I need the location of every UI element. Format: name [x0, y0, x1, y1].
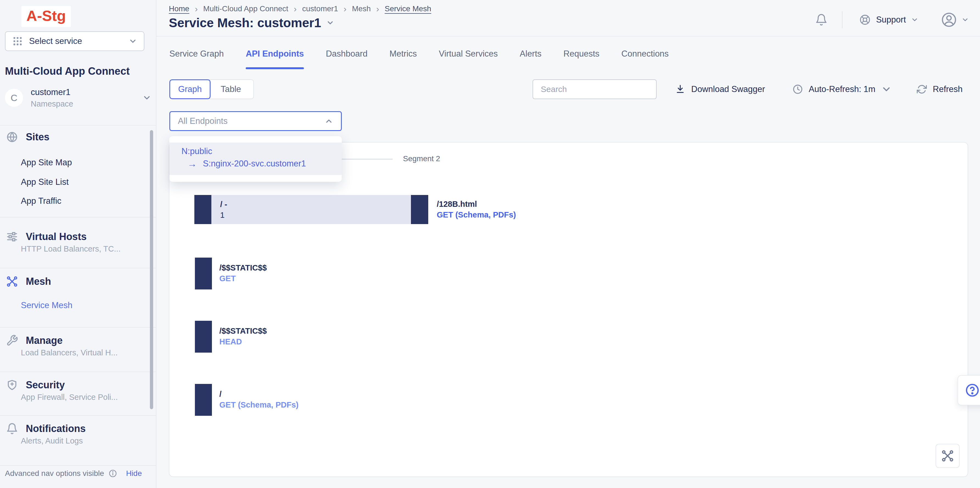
band-path-label: / -	[220, 199, 411, 210]
divider	[0, 125, 156, 126]
breadcrumb-separator: ›	[344, 5, 347, 13]
sidebar-item-security[interactable]: Security	[6, 379, 65, 391]
search-input[interactable]	[533, 79, 657, 99]
breadcrumb-separator: ›	[195, 5, 198, 13]
sidebar: A-Stg Select service Multi-Cloud App Con…	[0, 0, 156, 488]
graph-node[interactable]	[195, 321, 212, 352]
graph-node[interactable]	[195, 384, 212, 416]
chevron-up-icon	[325, 117, 333, 126]
api-endpoints-graph-card: Segment 2 / - 1 /128B.html GET (Schema, …	[169, 142, 968, 477]
question-circle-icon	[965, 383, 980, 398]
select-service-dropdown[interactable]: Select service	[5, 31, 145, 51]
tab-dashboard[interactable]: Dashboard	[326, 49, 368, 69]
auto-refresh-control[interactable]: Auto-Refresh: 1m	[792, 79, 892, 99]
graph-table-toggle: Graph Table	[169, 79, 254, 99]
tab-connections[interactable]: Connections	[622, 49, 669, 69]
sidebar-section-title: Virtual Hosts	[26, 231, 86, 242]
table-view-button[interactable]: Table	[208, 79, 254, 99]
chevron-down-icon	[142, 93, 151, 102]
graph-node[interactable]	[195, 258, 212, 289]
advanced-nav-status: Advanced nav options visible	[5, 469, 104, 478]
sidebar-item-service-mesh[interactable]: Service Mesh	[21, 300, 72, 310]
namespace-avatar: C	[5, 89, 23, 107]
endpoint-filter-dropdown: N:public → S:nginx-200-svc.customer1	[169, 136, 342, 182]
endpoint-method-link[interactable]: GET	[220, 273, 267, 284]
refresh-button[interactable]: Refresh	[916, 79, 963, 99]
endpoint-option-namespace: N:public	[181, 145, 342, 157]
tab-virtual-services[interactable]: Virtual Services	[439, 49, 498, 69]
tab-requests[interactable]: Requests	[563, 49, 600, 69]
graph-expand-button[interactable]	[935, 444, 960, 468]
sidebar-item-app-site-map[interactable]: App Site Map	[21, 158, 72, 167]
lifebuoy-icon	[859, 14, 871, 26]
mesh-icon	[6, 276, 18, 287]
breadcrumb-namespace[interactable]: customer1	[302, 5, 338, 13]
breadcrumb-separator: ›	[376, 5, 379, 13]
chevron-down-icon	[881, 84, 892, 95]
breadcrumb-mesh[interactable]: Mesh	[352, 5, 371, 13]
load-balancer-icon	[6, 231, 18, 243]
support-menu[interactable]: Support	[859, 14, 918, 26]
account-menu[interactable]	[940, 11, 969, 28]
endpoint-path-label: /$$STATIC$$	[220, 326, 267, 336]
sidebar-item-virtual-hosts[interactable]: Virtual Hosts	[6, 231, 86, 243]
segment-legend-label: Segment 2	[403, 154, 440, 163]
sidebar-item-app-site-list[interactable]: App Site List	[21, 177, 68, 187]
sidebar-section-subtitle: Load Balancers, Virtual H...	[21, 348, 118, 357]
sidebar-item-mesh[interactable]: Mesh	[6, 276, 51, 287]
support-label: Support	[876, 15, 906, 25]
chevron-down-icon	[911, 16, 918, 24]
sidebar-item-manage[interactable]: Manage	[6, 335, 63, 346]
chevron-down-icon	[961, 16, 969, 24]
endpoint-method-link[interactable]: HEAD	[220, 336, 267, 347]
breadcrumb-separator: ›	[294, 5, 297, 13]
endpoint-path-label: /$$STATIC$$	[220, 263, 267, 273]
product-title: Multi-Cloud App Connect	[5, 65, 130, 77]
brand-logo[interactable]: A-Stg	[21, 6, 71, 27]
graph-link-band[interactable]: / - 1	[212, 195, 411, 224]
divider	[0, 372, 156, 372]
sidebar-section-subtitle: Alerts, Audit Logs	[21, 436, 83, 445]
sidebar-item-notifications[interactable]: Notifications	[6, 423, 86, 435]
endpoint-path-label: /128B.html	[437, 199, 516, 209]
chevron-down-icon[interactable]	[326, 19, 334, 27]
hide-advanced-nav-link[interactable]: Hide	[126, 469, 142, 478]
endpoint-option-service: S:nginx-200-svc.customer1	[203, 157, 306, 170]
breadcrumb-home[interactable]: Home	[169, 5, 189, 13]
refresh-icon	[916, 84, 927, 95]
arrow-right-icon: →	[188, 157, 197, 170]
sidebar-section-title: Sites	[26, 131, 49, 143]
sidebar-item-app-traffic[interactable]: App Traffic	[21, 196, 62, 206]
clock-icon	[792, 84, 803, 95]
globe-icon	[6, 131, 18, 143]
sidebar-section-title: Mesh	[26, 276, 51, 287]
sidebar-section-title: Security	[26, 379, 65, 391]
divider	[0, 465, 156, 466]
divider	[0, 217, 156, 217]
wrench-icon	[6, 335, 18, 346]
endpoint-filter-select[interactable]: All Endpoints	[169, 111, 342, 131]
breadcrumb-product[interactable]: Multi-Cloud App Connect	[203, 5, 288, 13]
tab-metrics[interactable]: Metrics	[390, 49, 417, 69]
endpoint-method-link[interactable]: GET (Schema, PDFs)	[220, 400, 298, 410]
user-avatar-icon	[940, 11, 958, 28]
namespace-type-label: Namespace	[31, 99, 73, 108]
breadcrumb-service-mesh[interactable]: Service Mesh	[385, 5, 431, 13]
sidebar-item-sites[interactable]: Sites	[6, 131, 49, 143]
endpoint-path-label: /	[220, 389, 298, 400]
endpoint-option[interactable]: N:public → S:nginx-200-svc.customer1	[169, 142, 342, 175]
tab-api-endpoints[interactable]: API Endpoints	[246, 49, 304, 69]
graph-view-button[interactable]: Graph	[169, 79, 210, 99]
tab-alerts[interactable]: Alerts	[520, 49, 541, 69]
endpoint-method-link[interactable]: GET (Schema, PDFs)	[437, 209, 516, 220]
tab-service-graph[interactable]: Service Graph	[169, 49, 224, 69]
notifications-bell-icon[interactable]	[815, 13, 828, 26]
namespace-name: customer1	[31, 87, 73, 97]
sidebar-scrollbar[interactable]	[150, 130, 153, 409]
namespace-selector[interactable]: C customer1 Namespace	[5, 85, 151, 110]
download-swagger-button[interactable]: Download Swagger	[675, 79, 765, 99]
graph-node[interactable]	[411, 195, 428, 224]
graph-node[interactable]	[194, 195, 212, 224]
page-title: Service Mesh: customer1	[169, 15, 321, 30]
help-button[interactable]	[958, 375, 980, 405]
